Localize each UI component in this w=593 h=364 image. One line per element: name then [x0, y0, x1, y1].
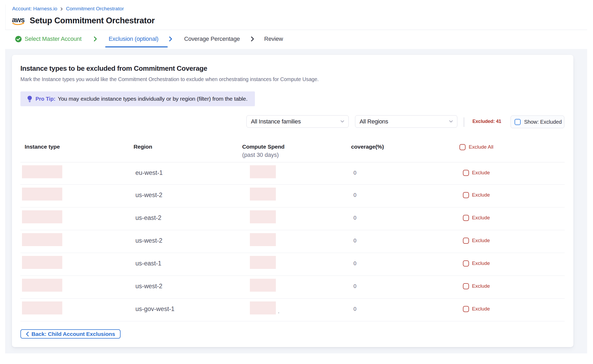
region-cell: us-west-2	[135, 276, 162, 296]
instance-families-value: All Instance families	[251, 118, 301, 125]
pro-tip-banner: Pro Tip: You may exclude instance types …	[20, 91, 255, 106]
tab-review[interactable]: Review	[264, 36, 283, 42]
table-row: us-gov-west-1 . 0 Exclude	[20, 299, 565, 321]
redacted-instance-type	[22, 210, 62, 223]
exclude-label: Exclude	[472, 215, 490, 221]
exclude-control[interactable]: Exclude	[437, 253, 516, 274]
filter-separator	[464, 117, 464, 127]
exclude-control[interactable]: Exclude	[437, 207, 516, 228]
coverage-cell: 0	[353, 253, 356, 274]
region-cell: eu-west-1	[135, 162, 163, 183]
regions-value: All Regions	[360, 118, 388, 125]
pro-tip-label: Pro Tip:	[36, 96, 55, 102]
table-row: us-east-2 0 Exclude	[20, 207, 565, 230]
tab-exclusion-optional[interactable]: Exclusion (optional)	[109, 36, 158, 42]
redacted-instance-type	[22, 256, 62, 269]
exclude-checkbox[interactable]	[463, 260, 469, 267]
region-cell: us-west-2	[135, 230, 162, 251]
exclude-label: Exclude	[472, 260, 490, 266]
chevron-down-icon	[340, 120, 344, 123]
exclude-control[interactable]: Exclude	[437, 230, 516, 251]
step-chevron-green-icon	[93, 36, 98, 43]
redaction-artifact-dot: .	[278, 308, 279, 314]
panel-subheading: Mark the Instance types you would like t…	[20, 76, 318, 82]
redacted-instance-type	[22, 165, 62, 178]
coverage-cell: 0	[353, 230, 356, 251]
exclude-checkbox[interactable]	[463, 215, 469, 221]
exclude-all-control[interactable]: Exclude All	[437, 139, 516, 155]
back-chevron-icon	[26, 332, 29, 336]
exclude-control[interactable]: Exclude	[437, 299, 516, 319]
redacted-compute-spend	[250, 301, 276, 314]
exclude-checkbox[interactable]	[463, 238, 469, 244]
coverage-cell: 0	[353, 162, 356, 183]
pro-tip-text: You may exclude instance types individua…	[58, 96, 247, 102]
step-chevron-gray-icon	[250, 36, 255, 43]
redacted-compute-spend	[250, 188, 276, 201]
coverage-cell: 0	[353, 299, 356, 319]
table-row: us-east-1 0 Exclude	[20, 253, 565, 276]
exclude-all-label: Exclude All	[469, 144, 493, 150]
exclude-control[interactable]: Exclude	[437, 185, 516, 205]
exclude-checkbox[interactable]	[463, 306, 469, 312]
region-cell: us-west-2	[135, 185, 162, 205]
column-header-coverage: coverage(%)	[351, 144, 384, 150]
exclude-label: Exclude	[472, 283, 490, 289]
left-panel-border	[5, 5, 6, 353]
region-cell: us-gov-west-1	[135, 299, 175, 319]
exclude-label: Exclude	[472, 170, 490, 176]
table-header-row: Instance type Region Compute Spend (past…	[20, 139, 565, 162]
lightbulb-icon	[27, 95, 32, 102]
show-excluded-checkbox[interactable]	[515, 119, 521, 125]
exclude-label: Exclude	[472, 306, 490, 312]
redacted-compute-spend	[250, 210, 276, 223]
exclude-label: Exclude	[472, 192, 490, 198]
back-button-label: Back: Child Account Exclusions	[32, 331, 115, 337]
region-cell: us-east-1	[135, 253, 161, 274]
redacted-compute-spend	[250, 279, 276, 292]
table-row: us-west-2 0 Exclude	[20, 185, 565, 207]
table-row: us-west-2 0 Exclude	[20, 276, 565, 299]
excluded-count: Excluded: 41	[472, 115, 501, 128]
tab-select-master-account[interactable]: Select Master Account	[25, 36, 82, 42]
exclude-checkbox[interactable]	[463, 283, 469, 289]
redacted-instance-type	[22, 188, 62, 201]
coverage-cell: 0	[353, 185, 356, 205]
show-excluded-label: Show: Excluded	[524, 119, 562, 125]
region-cell: us-east-2	[135, 207, 161, 228]
redacted-instance-type	[22, 233, 62, 246]
panel-heading: Instance types to be excluded from Commi…	[20, 64, 207, 73]
regions-dropdown[interactable]: All Regions	[355, 115, 457, 128]
exclude-label: Exclude	[472, 238, 490, 243]
column-header-compute-spend-period: (past 30 days)	[242, 152, 279, 158]
page: Account: Harness.io Commitment Orchestra…	[0, 0, 593, 364]
back-button[interactable]: Back: Child Account Exclusions	[20, 329, 121, 339]
column-header-instance-type: Instance type	[25, 144, 60, 150]
instance-families-dropdown[interactable]: All Instance families	[246, 115, 349, 128]
step-chevron-blue-icon	[168, 36, 173, 43]
show-excluded-toggle[interactable]: Show: Excluded	[511, 116, 564, 128]
redacted-instance-type	[22, 301, 62, 314]
exclude-checkbox[interactable]	[463, 192, 469, 198]
exclude-all-checkbox[interactable]	[459, 144, 466, 150]
column-header-compute-spend: Compute Spend	[242, 144, 285, 150]
table-row: us-west-2 0 Exclude	[20, 230, 565, 253]
wizard-steps: Select Master Account Exclusion (optiona…	[0, 0, 593, 49]
redacted-compute-spend	[250, 165, 276, 178]
chevron-down-icon	[449, 120, 453, 123]
redacted-compute-spend	[250, 256, 276, 269]
table-row: eu-west-1 0 Exclude	[20, 162, 565, 185]
column-header-region: Region	[134, 144, 152, 150]
coverage-cell: 0	[353, 207, 356, 228]
exclude-checkbox[interactable]	[463, 170, 469, 176]
coverage-cell: 0	[353, 276, 356, 296]
redacted-compute-spend	[250, 233, 276, 246]
exclude-control[interactable]: Exclude	[437, 276, 516, 296]
step-complete-check-icon	[15, 36, 22, 42]
redacted-instance-type	[22, 279, 62, 292]
tab-coverage-percentage[interactable]: Coverage Percentage	[184, 36, 240, 42]
exclude-control[interactable]: Exclude	[437, 162, 516, 183]
active-tab-underline	[105, 46, 168, 47]
